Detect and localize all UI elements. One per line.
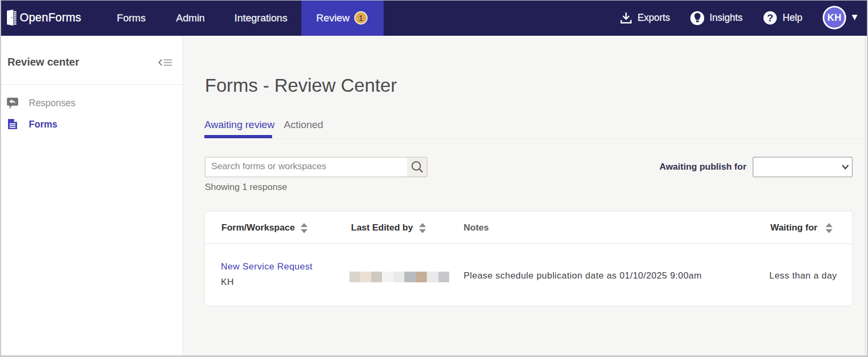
svg-text:?: ? (767, 12, 774, 23)
